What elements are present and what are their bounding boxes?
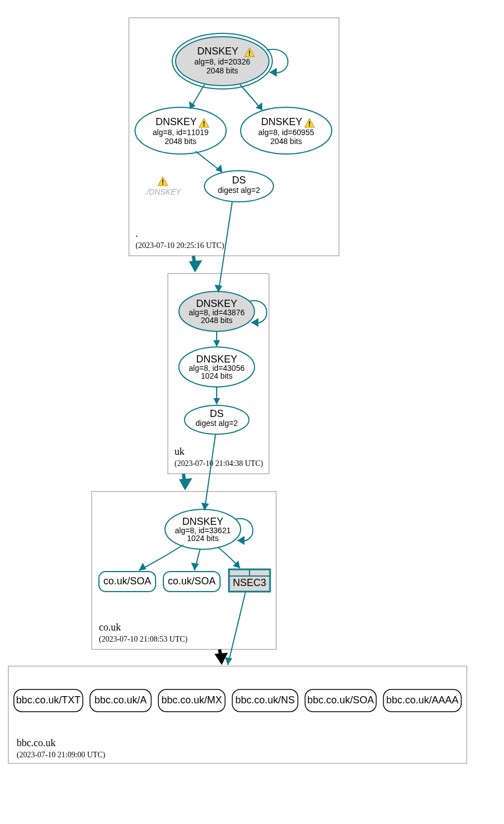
svg-text:!: ! xyxy=(248,49,251,57)
node-bbc-ns[interactable]: bbc.co.uk/NS xyxy=(232,689,298,712)
edge-coukksk-soa1 xyxy=(139,545,183,570)
svg-text:bbc.co.uk/AAAA: bbc.co.uk/AAAA xyxy=(386,694,458,706)
svg-text:2048 bits: 2048 bits xyxy=(165,137,197,146)
svg-text:1024 bits: 1024 bits xyxy=(187,534,219,543)
zone-name-uk: uk xyxy=(174,446,184,457)
zone-ts-bbc: (2023-07-10 21:09:00 UTC) xyxy=(17,751,106,760)
node-root-zsk1[interactable]: DNSKEY alg=8, id=11019 2048 bits ! xyxy=(135,107,226,154)
svg-text:2048 bits: 2048 bits xyxy=(201,316,233,325)
node-bbc-a[interactable]: bbc.co.uk/A xyxy=(90,689,151,712)
svg-text:!: ! xyxy=(162,178,164,186)
zone-name-couk: co.uk xyxy=(99,622,121,633)
svg-text:!: ! xyxy=(308,120,311,128)
svg-text:bbc.co.uk/SOA: bbc.co.uk/SOA xyxy=(307,694,374,706)
svg-text:alg=8, id=11019: alg=8, id=11019 xyxy=(153,128,209,137)
node-bbc-txt[interactable]: bbc.co.uk/TXT xyxy=(14,689,83,712)
warning-dnskey-root: ! xyxy=(158,177,168,186)
node-couk-nsec3[interactable]: NSEC3 xyxy=(229,569,270,592)
svg-text:DNSKEY: DNSKEY xyxy=(156,116,197,127)
svg-text:DS: DS xyxy=(209,408,223,419)
svg-marker-60 xyxy=(191,563,199,570)
svg-text:alg=8, id=60955: alg=8, id=60955 xyxy=(258,128,315,137)
svg-text:co.uk/SOA: co.uk/SOA xyxy=(168,575,216,587)
svg-text:digest alg=2: digest alg=2 xyxy=(218,186,260,195)
node-root-ds[interactable]: DS digest alg=2 xyxy=(204,171,273,202)
zone-name-root: . xyxy=(136,228,138,239)
svg-text:1024 bits: 1024 bits xyxy=(201,371,233,380)
node-couk-ksk[interactable]: DNSKEY alg=8, id=33621 1024 bits xyxy=(165,509,241,549)
svg-text:co.uk/SOA: co.uk/SOA xyxy=(103,575,151,587)
zone-ts-uk: (2023-07-10 21:04:38 UTC) xyxy=(174,459,263,468)
edge-nsec3-bbc xyxy=(228,592,246,665)
node-uk-ds[interactable]: DS digest alg=2 xyxy=(184,405,249,434)
node-bbc-aaaa[interactable]: bbc.co.uk/AAAA xyxy=(383,689,461,712)
svg-marker-43 xyxy=(213,398,220,405)
node-uk-zsk[interactable]: DNSKEY alg=8, id=43056 1024 bits xyxy=(179,347,255,387)
svg-text:DNSKEY: DNSKEY xyxy=(182,516,223,527)
node-root-zsk2[interactable]: DNSKEY alg=8, id=60955 2048 bits ! xyxy=(241,107,332,154)
svg-text:bbc.co.uk/TXT: bbc.co.uk/TXT xyxy=(16,694,81,706)
node-couk-soa1[interactable]: co.uk/SOA xyxy=(99,572,156,592)
svg-text:DNSKEY: DNSKEY xyxy=(196,354,237,365)
edge-ukds-coukksk xyxy=(204,434,216,510)
svg-text:bbc.co.uk/A: bbc.co.uk/A xyxy=(94,694,147,706)
node-root-ksk[interactable]: DNSKEY alg=8, id=20326 2048 bits ! xyxy=(172,33,272,89)
svg-text:digest alg=2: digest alg=2 xyxy=(196,419,238,428)
svg-text:2048 bits: 2048 bits xyxy=(271,137,302,146)
zone-name-bbc: bbc.co.uk xyxy=(17,737,56,748)
svg-text:bbc.co.uk/MX: bbc.co.uk/MX xyxy=(161,694,222,706)
svg-marker-44 xyxy=(179,478,192,490)
zone-box-bbc xyxy=(8,666,467,763)
svg-marker-28 xyxy=(189,260,202,272)
svg-text:DNSKEY: DNSKEY xyxy=(196,298,237,309)
svg-text:alg=8, id=20326: alg=8, id=20326 xyxy=(194,57,251,66)
svg-marker-49 xyxy=(237,536,244,545)
zone-ts-root: (2023-07-10 20:25:16 UTC) xyxy=(136,241,224,250)
svg-text:!: ! xyxy=(203,120,205,128)
svg-text:DNSKEY: DNSKEY xyxy=(197,46,238,57)
svg-text:NSEC3: NSEC3 xyxy=(233,577,266,588)
node-bbc-soa[interactable]: bbc.co.uk/SOA xyxy=(305,689,376,712)
zone-ts-couk: (2023-07-10 21:08:53 UTC) xyxy=(99,635,188,644)
svg-marker-33 xyxy=(251,318,258,327)
svg-text:DS: DS xyxy=(232,175,246,186)
node-uk-ksk[interactable]: DNSKEY alg=8, id=43876 2048 bits xyxy=(179,291,255,331)
svg-text:DNSKEY: DNSKEY xyxy=(261,116,302,127)
svg-text:bbc.co.uk/NS: bbc.co.uk/NS xyxy=(235,694,295,706)
warning-dnskey-root-label: ./DNSKEY xyxy=(144,187,182,196)
svg-marker-39 xyxy=(213,340,220,347)
dnssec-diagram: . (2023-07-10 20:25:16 UTC) DNSKEY alg=8… xyxy=(0,0,504,824)
node-bbc-mx[interactable]: bbc.co.uk/MX xyxy=(158,689,225,712)
svg-text:2048 bits: 2048 bits xyxy=(207,66,238,75)
node-couk-soa2[interactable]: co.uk/SOA xyxy=(163,572,220,592)
